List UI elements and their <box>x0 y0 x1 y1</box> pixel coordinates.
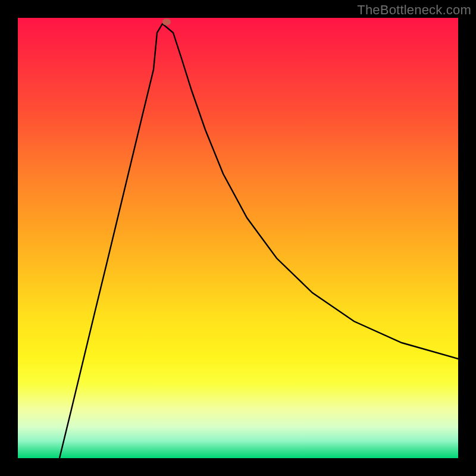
curve-left-seg <box>60 24 162 458</box>
plot-area <box>18 18 458 458</box>
bottleneck-curve <box>18 18 458 458</box>
curve-right-seg <box>162 24 458 359</box>
optimal-point-marker <box>162 19 171 26</box>
chart-frame: TheBottleneck.com <box>0 0 476 476</box>
watermark-text: TheBottleneck.com <box>357 2 471 18</box>
